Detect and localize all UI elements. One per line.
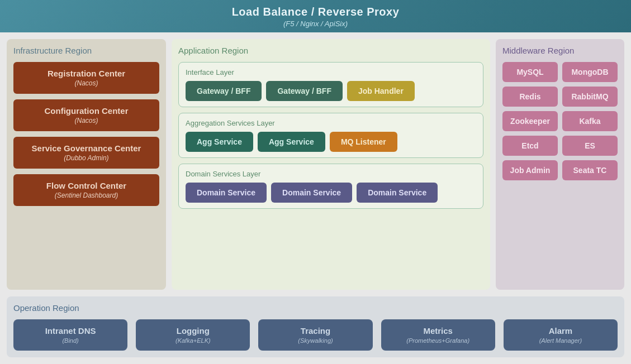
mongodb-button[interactable]: MongoDB <box>562 62 618 82</box>
operation-buttons: Intranet DNS (Bind) Logging (Kafka+ELK) … <box>13 319 618 351</box>
domain-layer-buttons: Domain Service Domain Service Domain Ser… <box>186 183 476 203</box>
flow-control-title: Flow Control Center <box>19 181 154 190</box>
registration-center-subtitle: (Nacos) <box>19 79 154 87</box>
domain-service-button-1[interactable]: Domain Service <box>186 183 267 203</box>
aggregation-layer-title: Aggregation Services Layer <box>186 119 476 127</box>
interface-layer: Interface Layer Gateway / BFF Gateway / … <box>178 62 483 107</box>
flow-control-subtitle: (Sentinel Dashboard) <box>19 191 154 199</box>
service-governance-button[interactable]: Service Governance Center (Dubbo Admin) <box>13 137 159 169</box>
interface-layer-title: Interface Layer <box>186 68 476 76</box>
infrastructure-region-title: Infrastructure Region <box>13 46 159 55</box>
application-region: Application Region Interface Layer Gatew… <box>172 39 490 290</box>
header-subtitle: (F5 / Nginx / ApiSix) <box>11 20 620 28</box>
configuration-center-title: Configuration Center <box>19 106 154 116</box>
tracing-button[interactable]: Tracing (Skywalking) <box>258 319 372 351</box>
operation-region: Operation Region Intranet DNS (Bind) Log… <box>7 296 624 357</box>
intranet-dns-button[interactable]: Intranet DNS (Bind) <box>13 319 127 351</box>
domain-layer: Domain Services Layer Domain Service Dom… <box>178 164 483 209</box>
domain-service-button-3[interactable]: Domain Service <box>357 183 438 203</box>
main-content: Infrastructure Region Registration Cente… <box>0 32 631 296</box>
metrics-title: Metrics <box>392 326 484 336</box>
agg-service-button-2[interactable]: Agg Service <box>258 132 325 152</box>
middleware-region-title: Middleware Region <box>502 46 618 55</box>
application-region-title: Application Region <box>178 46 483 55</box>
logging-subtitle: (Kafka+ELK) <box>147 337 239 344</box>
gateway-bff-button-2[interactable]: Gateway / BFF <box>266 81 342 101</box>
gateway-bff-button-1[interactable]: Gateway / BFF <box>186 81 262 101</box>
alarm-button[interactable]: Alarm (Alert Manager) <box>504 319 618 351</box>
redis-button[interactable]: Redis <box>502 87 558 107</box>
alarm-title: Alarm <box>515 326 606 336</box>
domain-service-button-2[interactable]: Domain Service <box>271 183 352 203</box>
aggregation-layer-buttons: Agg Service Agg Service MQ Listener <box>186 132 476 152</box>
mysql-button[interactable]: MySQL <box>502 62 558 82</box>
etcd-button[interactable]: Etcd <box>502 136 558 156</box>
agg-service-button-1[interactable]: Agg Service <box>186 132 253 152</box>
rabbitmq-button[interactable]: RabbitMQ <box>562 87 618 107</box>
job-handler-button[interactable]: Job Handler <box>347 81 415 101</box>
aggregation-layer: Aggregation Services Layer Agg Service A… <box>178 113 483 158</box>
zookeeper-button[interactable]: Zookeeper <box>502 111 558 131</box>
middleware-grid: MySQL MongoDB Redis RabbitMQ Zookeeper K… <box>502 62 618 180</box>
mq-listener-button[interactable]: MQ Listener <box>330 132 397 152</box>
registration-center-button[interactable]: Registration Center (Nacos) <box>13 62 159 94</box>
tracing-subtitle: (Skywalking) <box>269 337 361 344</box>
header: Load Balance / Reverse Proxy (F5 / Nginx… <box>0 0 631 32</box>
logging-title: Logging <box>147 326 239 336</box>
metrics-subtitle: (Prometheus+Grafana) <box>392 337 484 344</box>
intranet-dns-subtitle: (Bind) <box>25 337 116 344</box>
tracing-title: Tracing <box>269 326 361 336</box>
infrastructure-region: Infrastructure Region Registration Cente… <box>7 39 166 290</box>
interface-layer-buttons: Gateway / BFF Gateway / BFF Job Handler <box>186 81 476 101</box>
configuration-center-subtitle: (Nacos) <box>19 117 154 124</box>
kafka-button[interactable]: Kafka <box>562 111 618 131</box>
logging-button[interactable]: Logging (Kafka+ELK) <box>136 319 250 351</box>
job-admin-button[interactable]: Job Admin <box>502 160 558 180</box>
registration-center-title: Registration Center <box>19 69 154 78</box>
intranet-dns-title: Intranet DNS <box>25 326 116 336</box>
domain-layer-title: Domain Services Layer <box>186 170 476 178</box>
alarm-subtitle: (Alert Manager) <box>515 337 606 344</box>
seata-tc-button[interactable]: Seata TC <box>562 160 618 180</box>
operation-region-title: Operation Region <box>13 303 618 313</box>
flow-control-button[interactable]: Flow Control Center (Sentinel Dashboard) <box>13 174 159 206</box>
header-title: Load Balance / Reverse Proxy <box>11 6 620 18</box>
metrics-button[interactable]: Metrics (Prometheus+Grafana) <box>381 319 495 351</box>
service-governance-title: Service Governance Center <box>19 143 154 153</box>
es-button[interactable]: ES <box>562 136 618 156</box>
configuration-center-button[interactable]: Configuration Center (Nacos) <box>13 99 159 131</box>
service-governance-subtitle: (Dubbo Admin) <box>19 154 154 162</box>
middleware-region: Middleware Region MySQL MongoDB Redis Ra… <box>496 39 624 290</box>
